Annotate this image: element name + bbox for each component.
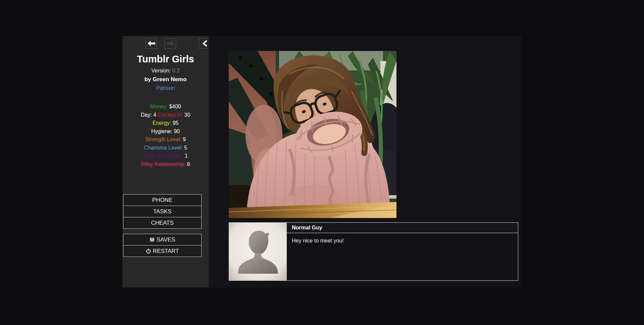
restart-label: RESTART <box>153 248 179 255</box>
menu-cheats-button[interactable]: CHEATS <box>123 217 202 229</box>
stat-line: Riley Relationship: 6 <box>122 160 209 169</box>
dialogue-box: Normal Guy Hey nice to meet you! <box>229 222 518 281</box>
stat-line: Hygiene: 90 <box>122 127 209 136</box>
speaker-avatar <box>229 223 287 280</box>
saves-button[interactable]: SAVES <box>123 234 202 246</box>
dialogue-content: Normal Guy Hey nice to meet you! <box>287 223 518 280</box>
stat-line: Strength Level: 9 <box>122 136 209 144</box>
page: Tumblr Girls Version: 0.2 by Green Nemo … <box>0 0 644 325</box>
system-menu: SAVES RESTART <box>123 234 202 257</box>
stat-line: Riley Corruption: 1 <box>122 152 209 160</box>
saves-label: SAVES <box>157 236 175 243</box>
sidebar: Tumblr Girls Version: 0.2 by Green Nemo … <box>122 36 209 287</box>
version-link[interactable]: 0.2 <box>172 68 180 73</box>
scene-photo <box>229 51 396 218</box>
chevron-left-icon <box>203 40 207 47</box>
menu-cheats-label: CHEATS <box>151 220 174 226</box>
speaker-name: Normal Guy <box>287 223 518 233</box>
stat-line: Money: $400 <box>122 103 209 111</box>
version-label: Version: <box>151 68 171 73</box>
patreon-link[interactable]: Patreon <box>156 85 175 91</box>
floppy-disk-icon <box>150 237 155 242</box>
stat-line: Day: 4 Evicted In: 30 <box>122 111 209 119</box>
menu-phone-label: PHONE <box>152 197 172 204</box>
version-line: Version: 0.2 <box>122 68 209 74</box>
menu-tasks-label: TASKS <box>153 208 171 215</box>
menu-phone-button[interactable]: PHONE <box>123 194 202 206</box>
history-controls <box>122 38 209 49</box>
stats-list: Money: $400Day: 4 Evicted In: 30Energy: … <box>122 103 209 168</box>
history-back-button[interactable] <box>146 38 157 49</box>
stat-line: Energy: 95 <box>122 119 209 127</box>
menu-tasks-button[interactable]: TASKS <box>123 206 202 217</box>
passage-area: Normal Guy Hey nice to meet you! <box>209 36 522 287</box>
stat-line: Charisma Level: 5 <box>122 144 209 152</box>
restart-button[interactable]: RESTART <box>123 245 202 257</box>
arrow-right-icon <box>167 41 174 46</box>
arrow-left-icon <box>148 41 155 46</box>
dialogue-text: Hey nice to meet you! <box>287 233 518 249</box>
main-menu: PHONE TASKS CHEATS <box>123 194 202 229</box>
story-title: Tumblr Girls <box>124 54 207 65</box>
author-line: by Green Nemo <box>122 76 209 83</box>
history-forward-button[interactable] <box>165 38 176 49</box>
power-icon <box>146 249 151 254</box>
